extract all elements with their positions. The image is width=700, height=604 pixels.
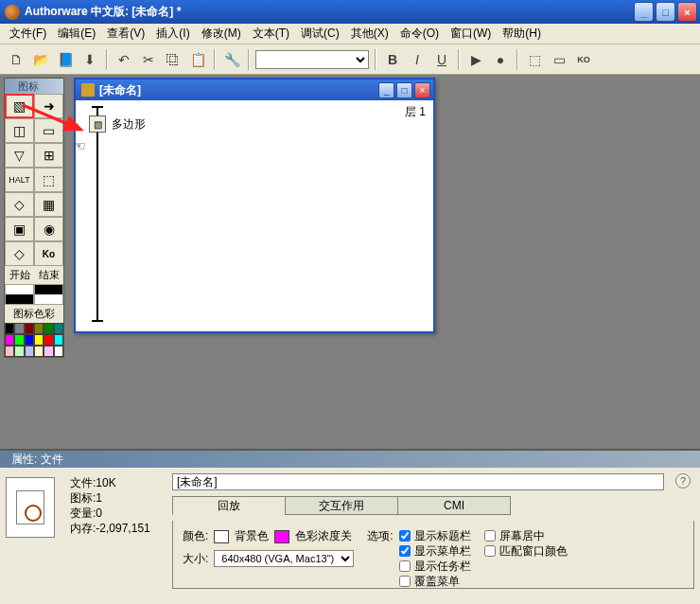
display-icon[interactable]: ▧ — [5, 94, 34, 118]
color-palette — [5, 323, 63, 357]
flowwin-title: [未命名] — [99, 82, 378, 98]
close-button[interactable]: × — [677, 2, 697, 22]
menu-debug[interactable]: 调试(C) — [295, 24, 345, 44]
navigate-icon[interactable]: ▽ — [5, 143, 34, 168]
run-button[interactable]: ▶ — [465, 49, 486, 70]
level-indicator: 层 1 — [405, 104, 426, 120]
interaction-icon[interactable]: ⬚ — [34, 168, 63, 192]
bg-color-swatch[interactable] — [214, 530, 229, 543]
copy-button[interactable]: ⿻ — [163, 49, 184, 70]
color-swatch[interactable] — [14, 346, 24, 357]
movie-icon[interactable]: ▣ — [5, 217, 34, 241]
size-combo[interactable]: 640x480 (VGA, Mac13") — [214, 550, 354, 567]
color-swatch[interactable] — [54, 346, 63, 357]
node-label: 多边形 — [112, 116, 146, 133]
maximize-button[interactable]: □ — [656, 2, 675, 22]
undo-button[interactable]: ↶ — [114, 49, 134, 70]
props-thumbnail — [6, 473, 62, 598]
menu-other[interactable]: 其他(X) — [345, 24, 394, 44]
tab-playback[interactable]: 回放 — [172, 496, 286, 515]
functions-button[interactable]: ⬚ — [524, 49, 545, 70]
flowline-body[interactable]: 层 1 ▧ 多边形 ☜ — [76, 100, 433, 331]
options-label: 选项: — [367, 528, 393, 544]
size-label: 大小: — [183, 551, 208, 567]
decision-icon[interactable]: HALT — [5, 168, 34, 192]
color-swatch[interactable] — [14, 334, 24, 346]
flowwin-titlebar[interactable]: [未命名] _ □ × — [76, 80, 433, 100]
toolbar: 🗋 📂 📘 ⬇ ↶ ✂ ⿻ 📋 🔧 B I U ▶ ● ⬚ ▭ KO — [0, 44, 700, 75]
color-swatch[interactable] — [34, 334, 44, 346]
color-swatch[interactable] — [5, 346, 14, 357]
sound-icon[interactable]: ◉ — [34, 217, 63, 241]
opt-taskbar[interactable] — [399, 560, 411, 572]
color-swatch[interactable] — [54, 323, 63, 334]
menu-window[interactable]: 窗口(W) — [445, 24, 497, 44]
erase-icon[interactable]: ◫ — [5, 118, 34, 143]
color-swatch[interactable] — [25, 323, 34, 334]
control-button[interactable]: ● — [490, 49, 511, 70]
properties-panel: 属性: 文件 ? 文件:10K 图标:1 变量:0 内存:-2,097,151 … — [0, 449, 700, 604]
minimize-button[interactable]: _ — [634, 2, 654, 22]
color-swatch[interactable] — [14, 323, 24, 334]
menu-text[interactable]: 文本(T) — [247, 24, 295, 44]
bold-button[interactable]: B — [382, 49, 403, 70]
ko-icon[interactable]: Ko — [34, 241, 63, 266]
menu-command[interactable]: 命令(O) — [394, 24, 445, 44]
save-button[interactable]: 📘 — [55, 49, 76, 70]
color-swatch[interactable] — [25, 334, 34, 346]
find-button[interactable]: 🔧 — [221, 49, 242, 70]
open-button[interactable]: 📂 — [30, 49, 51, 70]
end-flag[interactable] — [34, 284, 63, 305]
menu-view[interactable]: 查看(V) — [101, 24, 150, 44]
style-combo[interactable] — [255, 50, 369, 69]
color-swatch[interactable] — [44, 346, 53, 357]
menu-file[interactable]: 文件(F) — [4, 24, 52, 44]
menu-edit[interactable]: 编辑(E) — [52, 24, 101, 44]
flowline-node[interactable]: ▧ 多边形 — [89, 115, 146, 133]
cut-button[interactable]: ✂ — [138, 49, 159, 70]
map-icon[interactable]: ▦ — [34, 192, 63, 217]
color-swatch[interactable] — [5, 334, 14, 346]
help-icon[interactable]: ? — [675, 473, 691, 489]
menu-help[interactable]: 帮助(H) — [497, 24, 547, 44]
dvd-icon[interactable]: ◇ — [5, 241, 34, 266]
framework-icon[interactable]: ⊞ — [34, 143, 63, 168]
opt-titlebar[interactable] — [399, 530, 411, 542]
tab-cmi[interactable]: CMI — [397, 496, 511, 515]
motion-icon[interactable]: ➜ — [34, 94, 63, 118]
chroma-label: 色彩浓度关 — [295, 528, 352, 544]
paste-hand-icon[interactable]: ☜ — [74, 138, 86, 153]
calc-icon[interactable]: ◇ — [5, 192, 34, 217]
opt-menubar[interactable] — [399, 545, 411, 557]
start-flag[interactable] — [5, 284, 34, 305]
color-swatch[interactable] — [44, 323, 53, 334]
ko-button[interactable]: KO — [573, 49, 594, 70]
color-swatch[interactable] — [44, 334, 53, 346]
color-swatch[interactable] — [25, 346, 34, 357]
app-icon — [5, 5, 20, 20]
opt-center[interactable] — [484, 530, 496, 542]
color-swatch[interactable] — [34, 323, 44, 334]
underline-button[interactable]: U — [431, 49, 452, 70]
flowwin-close[interactable]: × — [414, 82, 430, 98]
file-name-input[interactable] — [172, 473, 664, 490]
color-swatch[interactable] — [34, 346, 44, 357]
flowwin-icon — [81, 83, 95, 97]
italic-button[interactable]: I — [407, 49, 428, 70]
tab-interact[interactable]: 交互作用 — [285, 496, 398, 515]
wait-icon[interactable]: ▭ — [34, 118, 63, 143]
color-swatch[interactable] — [5, 323, 14, 334]
opt-overlay[interactable] — [399, 576, 411, 587]
color-swatch[interactable] — [54, 334, 63, 346]
chroma-color-swatch[interactable] — [274, 530, 289, 543]
menu-insert[interactable]: 插入(I) — [150, 24, 195, 44]
variables-button[interactable]: ▭ — [549, 49, 569, 70]
menu-modify[interactable]: 修改(M) — [196, 24, 247, 44]
start-flag-label: 开始 — [5, 266, 34, 284]
flowwin-minimize[interactable]: _ — [378, 82, 394, 98]
flowwin-maximize[interactable]: □ — [396, 82, 412, 98]
paste-button[interactable]: 📋 — [187, 49, 208, 70]
new-button[interactable]: 🗋 — [6, 49, 26, 70]
opt-matchcolor[interactable] — [484, 545, 496, 557]
import-button[interactable]: ⬇ — [79, 49, 100, 70]
